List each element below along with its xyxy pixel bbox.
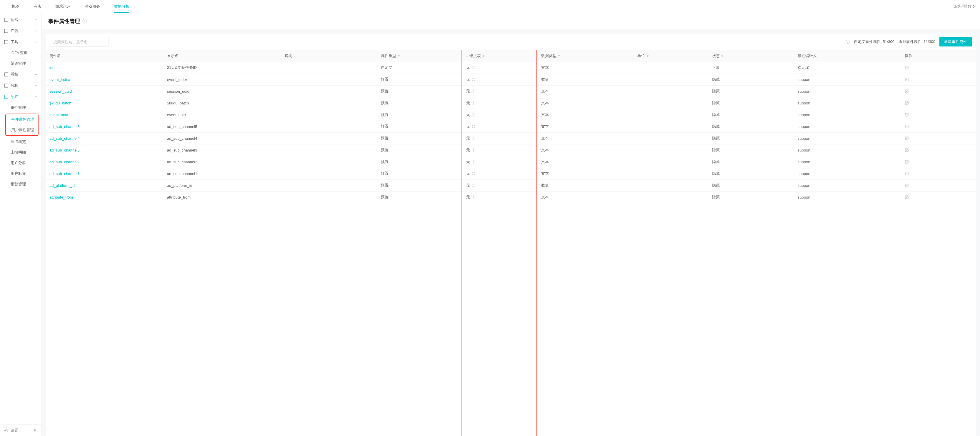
table-row: event_index event_index 预置 无 数值 隐藏 suppo…: [46, 73, 976, 85]
gear-icon[interactable]: [472, 89, 475, 93]
edit-icon[interactable]: [905, 160, 909, 164]
col-header-datatype[interactable]: 数据类型: [538, 50, 634, 62]
cell-name[interactable]: session_uuid: [46, 85, 164, 97]
cell-name[interactable]: event_uuid: [46, 109, 164, 121]
cell-description: [281, 109, 377, 121]
sidebar-item-label: 分析: [11, 83, 18, 88]
cell-display-name: session_uuid: [164, 85, 281, 97]
sidebar-highlight-box: 事件属性管理用户属性管理: [5, 113, 38, 136]
cell-description: [281, 191, 377, 203]
col-header-attrtype[interactable]: 属性类型: [377, 50, 463, 62]
sidebar-subitem[interactable]: 埋点概览: [0, 137, 41, 147]
edit-icon[interactable]: [905, 195, 909, 199]
sidebar-subitem[interactable]: 上报明细: [0, 147, 41, 158]
sidebar-subitem[interactable]: IDFA 查询: [0, 48, 41, 58]
info-icon[interactable]: [82, 19, 87, 24]
gear-icon[interactable]: [472, 172, 475, 175]
sidebar-item[interactable]: 分析: [0, 80, 41, 91]
edit-icon[interactable]: [905, 136, 909, 140]
col-header-name[interactable]: 属性名: [46, 50, 164, 62]
cell-unit: [634, 168, 708, 180]
search-icon: [105, 40, 106, 44]
cell-name[interactable]: ad_platform_id: [46, 180, 164, 191]
sidebar-item[interactable]: 运营: [0, 14, 41, 25]
cell-attr-type: 预置: [377, 85, 463, 97]
gear-icon[interactable]: [472, 101, 475, 105]
cell-name[interactable]: ad_sub_channel2: [46, 156, 164, 168]
top-nav-item[interactable]: 游戏服务: [78, 0, 107, 13]
cell-name[interactable]: ad_sub_channel5: [46, 121, 164, 132]
top-nav-item[interactable]: 商店: [27, 0, 48, 13]
col-header-status[interactable]: 状态: [708, 50, 794, 62]
sidebar-item[interactable]: 工具: [0, 37, 41, 48]
col-header-display[interactable]: 显示名: [164, 50, 281, 62]
collapse-icon[interactable]: [33, 428, 37, 433]
sidebar-subitem[interactable]: 事件属性管理: [6, 114, 38, 125]
game-detail-link[interactable]: 游戏详情页: [953, 4, 975, 9]
cell-name[interactable]: ad_sub_channel3: [46, 144, 164, 156]
gear-icon[interactable]: [472, 137, 475, 140]
edit-icon[interactable]: [905, 183, 909, 188]
cell-status: 隐藏: [708, 109, 794, 121]
col-header-desc[interactable]: 说明: [281, 50, 377, 62]
sidebar-subitem[interactable]: 用户属性管理: [6, 125, 38, 135]
edit-icon[interactable]: [905, 101, 909, 105]
cell-display-name: event_index: [164, 73, 281, 85]
cell-name[interactable]: ad_sub_channel1: [46, 168, 164, 180]
filter-icon: [721, 54, 724, 57]
cell-status: 隐藏: [708, 85, 794, 97]
cell-status: 隐藏: [708, 97, 794, 109]
sidebar-item[interactable]: 广告: [0, 25, 41, 37]
sidebar-subitem[interactable]: 用户标签: [0, 168, 41, 179]
gear-icon[interactable]: [472, 160, 475, 164]
filter-icon: [646, 54, 649, 57]
cell-name[interactable]: ad_sub_channel4: [46, 132, 164, 144]
cell-dimension: 无: [463, 132, 537, 144]
filter-icon: [397, 54, 400, 57]
cell-name[interactable]: event_index: [46, 73, 164, 85]
cell-dimension: 无: [463, 97, 537, 109]
sidebar-item[interactable]: 配置: [0, 91, 41, 102]
cell-description: [281, 85, 377, 97]
gear-icon[interactable]: [472, 113, 475, 116]
edit-icon[interactable]: [905, 65, 909, 70]
search-input[interactable]: [53, 40, 103, 44]
table-row: session_uuid session_uuid 预置 无 文本 隐藏 sup…: [46, 85, 976, 97]
new-attribute-button[interactable]: 新建事件属性: [939, 37, 972, 46]
col-header-editor[interactable]: 最近编辑人: [794, 50, 901, 62]
edit-icon[interactable]: [905, 89, 909, 93]
top-nav-item[interactable]: 游戏运营: [48, 0, 78, 13]
gear-icon[interactable]: [472, 148, 475, 152]
sidebar-settings[interactable]: 设置: [4, 428, 18, 433]
sidebar-subitem[interactable]: 渠道管理: [0, 58, 41, 69]
cell-name[interactable]: #id: [46, 62, 164, 73]
gear-icon[interactable]: [472, 125, 475, 128]
col-header-dimension[interactable]: 维度表: [463, 50, 537, 62]
sidebar-subitem[interactable]: 用户分群: [0, 158, 41, 168]
gear-icon[interactable]: [472, 195, 475, 199]
edit-icon[interactable]: [905, 124, 909, 129]
edit-icon[interactable]: [905, 148, 909, 152]
info-icon[interactable]: [846, 40, 850, 44]
edit-icon[interactable]: [905, 172, 909, 176]
sidebar-subitem[interactable]: 预警管理: [0, 179, 41, 189]
cell-display-name: event_uuid: [164, 109, 281, 121]
edit-icon[interactable]: [905, 113, 909, 117]
search-box[interactable]: [50, 37, 109, 46]
edit-icon[interactable]: [905, 77, 909, 81]
cell-data-type: 文本: [538, 156, 634, 168]
cell-name[interactable]: $kudu_batch: [46, 97, 164, 109]
cell-attr-type: 预置: [377, 191, 463, 203]
sidebar-item-label: 工具: [11, 40, 18, 45]
col-header-unit[interactable]: 单位: [634, 50, 708, 62]
cell-name[interactable]: attribute_from: [46, 191, 164, 203]
gear-icon[interactable]: [472, 184, 475, 187]
gear-icon[interactable]: [472, 78, 475, 81]
sidebar-subitem[interactable]: 事件管理: [0, 102, 41, 113]
cell-data-type: 数值: [538, 73, 634, 85]
gear-icon[interactable]: [472, 66, 475, 69]
top-nav-item[interactable]: 数据分析: [107, 0, 137, 13]
col-header-action[interactable]: 操作: [901, 50, 976, 62]
sidebar-item[interactable]: 看板: [0, 69, 41, 80]
top-nav-item[interactable]: 概览: [5, 0, 27, 13]
